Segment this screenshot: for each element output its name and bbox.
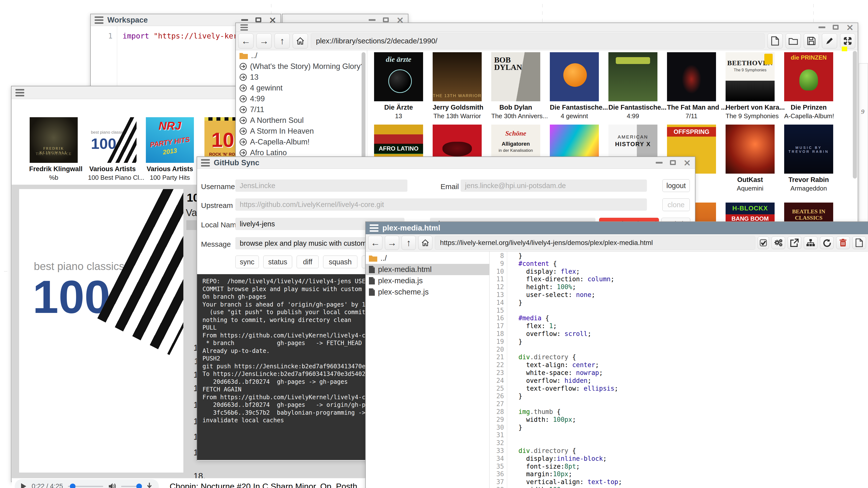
- back-button[interactable]: ←: [238, 33, 253, 49]
- menu-icon[interactable]: [95, 17, 103, 24]
- logout-button[interactable]: logout: [662, 179, 690, 192]
- sync-button[interactable]: sync: [235, 255, 259, 268]
- gears-icon[interactable]: [771, 236, 785, 249]
- album-tile[interactable]: MUSIC BY TREVOR RABINTrevor RabinArmaged…: [784, 125, 833, 192]
- download-icon[interactable]: [146, 482, 153, 488]
- code-editor[interactable]: }#content { display: flex; flex-directio…: [507, 252, 868, 488]
- github-titlebar[interactable]: GitHub Sync ×: [197, 157, 695, 169]
- minimize-icon[interactable]: [818, 27, 825, 28]
- plex-address-bar[interactable]: plex://library/sections/2/decade/1990/: [311, 33, 765, 49]
- squash-button[interactable]: squash: [323, 255, 358, 268]
- album-cover-klingwall[interactable]: FREDRIK KLINGWALLTHE RESILIENCE: [30, 117, 78, 163]
- file-item[interactable]: plex-media.html: [366, 264, 489, 275]
- seek-slider[interactable]: [68, 486, 103, 487]
- album-cover-aerzte[interactable]: die ärzte: [374, 52, 423, 101]
- sitemap-icon[interactable]: [804, 236, 817, 249]
- album-tile[interactable]: The Fat Man and ...7/11: [667, 52, 716, 120]
- back-button[interactable]: ←: [368, 236, 382, 250]
- sidebar-item[interactable]: 4:99: [236, 93, 367, 104]
- album-cover-outkast[interactable]: [725, 125, 775, 174]
- new-file-icon[interactable]: [852, 236, 866, 249]
- close-icon[interactable]: ×: [683, 159, 691, 166]
- home-button[interactable]: [418, 236, 432, 250]
- file-item[interactable]: plex-scheme.js: [366, 286, 489, 298]
- album-cover-nrj[interactable]: NRJPARTY HITS2013: [146, 117, 194, 163]
- volume-thumb[interactable]: [136, 484, 142, 488]
- album-tile[interactable]: die PRINZENDie PrinzenA-Capella-Album!: [784, 52, 833, 120]
- sidebar-item[interactable]: 7/11: [236, 104, 367, 115]
- album-tile[interactable]: THE 13TH WARRIORJerry GoldsmithThe 13th …: [433, 52, 482, 120]
- up-button[interactable]: ↑: [402, 236, 416, 250]
- forward-button[interactable]: →: [256, 33, 272, 49]
- sidebar-item[interactable]: 4 gewinnt: [236, 83, 367, 93]
- menu-icon[interactable]: [201, 159, 210, 166]
- album-cover-fatman[interactable]: [667, 52, 716, 101]
- menu-icon[interactable]: [370, 224, 378, 232]
- save-icon[interactable]: [804, 33, 819, 49]
- expand-icon[interactable]: [840, 33, 855, 49]
- album-tile[interactable]: NRJPARTY HITS2013Various Artists100 Part…: [145, 117, 194, 181]
- audio-player[interactable]: 0:22 / 4:25: [15, 479, 159, 488]
- album-tile[interactable]: OutKastAquemini: [725, 125, 775, 192]
- volume-icon[interactable]: [108, 482, 116, 488]
- big-album-art[interactable]: best piano classics 100: [19, 189, 183, 472]
- close-icon[interactable]: ×: [846, 24, 854, 31]
- file-item[interactable]: plex-media.js: [366, 275, 489, 286]
- album-tile[interactable]: BEETHOVENThe 9 SymphoniesHerbert von Kar…: [725, 52, 775, 120]
- sidebar-item[interactable]: A Storm In Heaven: [236, 126, 367, 136]
- minimize-icon[interactable]: [369, 19, 375, 21]
- forward-button[interactable]: →: [385, 236, 399, 250]
- email-field[interactable]: jens.lincke@hpi.uni-potsdam.de: [461, 180, 647, 192]
- main-scrollbar[interactable]: [853, 51, 857, 179]
- minimize-icon[interactable]: [656, 162, 662, 163]
- up-button[interactable]: ↑: [275, 33, 290, 49]
- album-tile[interactable]: Die Fantastische...4 gewinnt: [550, 52, 599, 120]
- maximize-icon[interactable]: [383, 18, 389, 22]
- album-cover-dylan[interactable]: BOB DYLAN: [491, 52, 540, 101]
- checkbox-checked-icon[interactable]: [758, 236, 769, 249]
- external-link-icon[interactable]: [787, 236, 801, 249]
- status-button[interactable]: status: [263, 255, 292, 268]
- album-tile[interactable]: FREDRIK KLINGWALLTHE RESILIENCEFredrik K…: [29, 117, 78, 181]
- seek-thumb[interactable]: [70, 484, 75, 488]
- album-cover-armageddon[interactable]: MUSIC BY TREVOR RABIN: [784, 125, 833, 174]
- sidebar-item[interactable]: A Northern Soul: [236, 115, 367, 126]
- album-tile[interactable]: best piano classics100Various Artists100…: [88, 117, 137, 181]
- new-file-icon[interactable]: [768, 33, 783, 49]
- album-tile[interactable]: Die Fantastische...4:99: [609, 52, 657, 120]
- folder-icon[interactable]: [786, 33, 801, 49]
- username-field[interactable]: JensLincke: [235, 180, 407, 192]
- album-cover-warrior[interactable]: THE 13TH WARRIOR: [433, 52, 482, 101]
- minimize-icon[interactable]: [241, 19, 248, 21]
- sidebar-item[interactable]: 13: [236, 72, 367, 83]
- selection-handle-marker[interactable]: [842, 47, 847, 51]
- album-cover-piano[interactable]: best piano classics100: [89, 117, 136, 163]
- album-cover-prinzen[interactable]: die PRINZEN: [784, 52, 833, 101]
- menu-icon[interactable]: [16, 89, 24, 96]
- menu-icon[interactable]: [241, 24, 248, 31]
- sidebar-item-up[interactable]: ../: [236, 50, 367, 61]
- editor-titlebar[interactable]: plex-media.html: [366, 222, 868, 234]
- volume-slider[interactable]: [121, 486, 141, 487]
- album-cover-gewinnt[interactable]: [550, 52, 599, 101]
- play-icon[interactable]: [21, 483, 27, 488]
- sidebar-item[interactable]: (What's the Story) Morning Glory?: [236, 61, 367, 72]
- upstream-field[interactable]: https://github.com/LivelyKernel/lively4-…: [235, 199, 647, 211]
- file-item-up[interactable]: ../: [366, 252, 489, 264]
- home-button[interactable]: [293, 33, 308, 49]
- plex-titlebar[interactable]: ×: [236, 23, 858, 32]
- clone-button[interactable]: clone: [662, 199, 690, 211]
- refresh-icon[interactable]: [820, 236, 834, 249]
- album-cover-beethoven[interactable]: BEETHOVENThe 9 Symphonies: [725, 52, 775, 101]
- diff-button[interactable]: diff: [297, 255, 319, 268]
- maximize-icon[interactable]: [255, 18, 261, 22]
- editor-address-bar[interactable]: https://lively-kernel.org/lively4/lively…: [435, 236, 755, 250]
- maximize-icon[interactable]: [670, 160, 676, 165]
- album-tile[interactable]: die ärzteDie Ärzte13: [374, 52, 423, 120]
- sidebar-item[interactable]: A-Capella-Album!: [236, 136, 367, 147]
- maximize-icon[interactable]: [833, 25, 839, 30]
- trash-icon[interactable]: [836, 236, 850, 249]
- album-cover-v99[interactable]: [609, 52, 657, 101]
- edit-icon[interactable]: [822, 33, 837, 49]
- album-tile[interactable]: BOB DYLANBob DylanThe 30th Annivers...: [491, 52, 540, 120]
